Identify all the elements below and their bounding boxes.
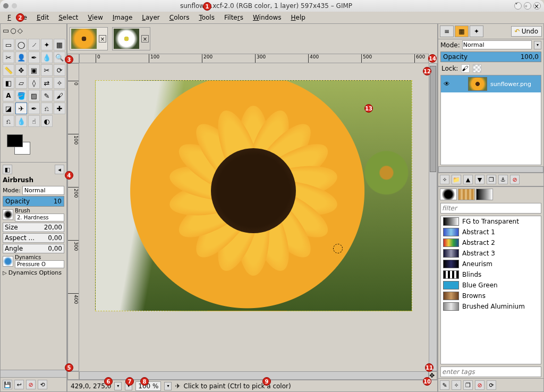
color-picker-tool[interactable]: 💧: [41, 52, 53, 63]
scissors-tool[interactable]: ✂: [3, 52, 14, 63]
visibility-icon[interactable]: 👁: [444, 80, 451, 88]
gradient-item[interactable]: Browns: [441, 291, 541, 301]
align-tool[interactable]: ▣: [28, 64, 40, 76]
paths-tab-icon[interactable]: ✦: [470, 25, 483, 37]
dynamics-thumb-icon[interactable]: [3, 256, 13, 267]
layer-item[interactable]: 👁sunflower.png: [441, 75, 541, 92]
raise-layer-icon[interactable]: ▲: [463, 175, 473, 184]
delete-preset-icon[interactable]: ⊘: [26, 380, 36, 389]
channels-tab-icon[interactable]: ▦: [455, 25, 469, 37]
crop-tool[interactable]: ✂: [41, 64, 53, 76]
menu-colors[interactable]: Colors: [165, 13, 194, 22]
menu-tools[interactable]: Tools: [194, 13, 219, 22]
dodge-burn-tool[interactable]: ◐: [41, 115, 53, 127]
gradient-item[interactable]: Abstract 1: [441, 227, 541, 237]
close-tab-icon[interactable]: ×: [141, 35, 149, 42]
flip-tool[interactable]: ⇄: [41, 77, 53, 89]
new-gradient-icon[interactable]: ✧: [452, 380, 461, 390]
foreground-select-tool[interactable]: 👤: [15, 52, 27, 63]
brushes-tab-icon[interactable]: [440, 189, 457, 200]
dynamics-options[interactable]: Dynamics Options: [8, 269, 62, 276]
maximize-button[interactable]: ◦: [524, 2, 531, 10]
lower-layer-icon[interactable]: ▼: [475, 175, 484, 184]
smudge-tool[interactable]: ☝: [28, 115, 40, 127]
tool-options-tab-icon[interactable]: ◧: [3, 165, 12, 174]
canvas-viewport[interactable]: [79, 63, 429, 371]
duplicate-gradient-icon[interactable]: ❐: [463, 380, 473, 390]
text-tool[interactable]: A: [3, 90, 14, 101]
gradient-item[interactable]: Blue Green: [441, 280, 541, 291]
gradient-filter-input[interactable]: [440, 203, 541, 214]
delete-gradient-icon[interactable]: ⊘: [475, 380, 484, 390]
menu-image[interactable]: Image: [108, 13, 137, 22]
lock-pixels-icon[interactable]: 🖌: [461, 64, 470, 73]
measure-tool[interactable]: 📏: [3, 64, 14, 76]
by-color-select-tool[interactable]: ▦: [54, 39, 65, 50]
paths-tool[interactable]: ✒: [28, 52, 40, 63]
gradient-item[interactable]: Abstract 3: [441, 248, 541, 259]
close-button[interactable]: ×: [533, 2, 541, 10]
gradients-tab-icon[interactable]: [476, 189, 493, 200]
cage-tool[interactable]: ✧: [54, 77, 65, 89]
lock-alpha-icon[interactable]: [473, 64, 481, 73]
edit-gradient-icon[interactable]: ✎: [440, 380, 449, 390]
image-tab-daisy[interactable]: ×: [112, 27, 150, 50]
eraser-tool[interactable]: ◪: [3, 103, 14, 114]
zoom-tool[interactable]: 🔍: [54, 52, 65, 63]
layer-name[interactable]: sunflower.png: [490, 81, 531, 88]
expand-icon[interactable]: ▷: [3, 270, 7, 276]
new-layer-icon[interactable]: ✧: [440, 175, 449, 184]
ellipse-select-tool[interactable]: ◯: [15, 39, 27, 50]
scale-tool[interactable]: ◧: [3, 77, 14, 89]
menu-view[interactable]: View: [83, 13, 107, 22]
perspective-clone-tool[interactable]: ⎌: [3, 115, 14, 127]
foreground-color[interactable]: [7, 134, 23, 147]
heal-tool[interactable]: ✚: [54, 103, 65, 114]
quickmask-toggle[interactable]: [67, 371, 79, 380]
gradient-item[interactable]: Aneurism: [441, 259, 541, 269]
zoom-dropdown-right[interactable]: ▾: [164, 382, 172, 390]
rotate-tool[interactable]: ⟳: [54, 64, 65, 76]
menu-select[interactable]: Select: [54, 13, 82, 22]
save-preset-icon[interactable]: 💾: [3, 380, 12, 389]
color-swatches[interactable]: [4, 132, 63, 159]
brush-name[interactable]: 2. Hardness: [15, 214, 64, 221]
gradient-item[interactable]: Brushed Aluminium: [441, 301, 541, 312]
anchor-layer-icon[interactable]: ⚓: [498, 175, 508, 184]
clone-tool[interactable]: ⎌: [41, 103, 53, 114]
duplicate-layer-icon[interactable]: ❐: [487, 175, 496, 184]
size-field[interactable]: Size20,00: [3, 223, 64, 232]
menu-layer[interactable]: Layer: [138, 13, 164, 22]
units-dropdown[interactable]: ▾: [114, 382, 122, 390]
gradient-item[interactable]: FG to Transparent: [441, 216, 541, 227]
gradient-item[interactable]: Blinds: [441, 269, 541, 280]
blur-tool[interactable]: 💧: [15, 115, 27, 127]
aspect-field[interactable]: Aspect ...0,00: [3, 233, 64, 243]
delete-layer-icon[interactable]: ⊘: [510, 175, 520, 184]
minimize-button[interactable]: ˇ: [514, 2, 522, 10]
ink-tool[interactable]: ✒: [28, 103, 40, 114]
dynamics-value[interactable]: Pressure O: [15, 260, 64, 268]
gradient-item[interactable]: Abstract 2: [441, 237, 541, 248]
gradient-tags-input[interactable]: [440, 367, 541, 377]
layers-hscroll[interactable]: [438, 166, 543, 173]
layer-opacity-slider[interactable]: Opacity100,0: [440, 52, 541, 62]
dropdown-icon[interactable]: ▾: [534, 41, 541, 49]
undo-button[interactable]: ↶Undo: [511, 26, 542, 37]
image-tab-sunflower[interactable]: ×: [70, 27, 108, 50]
menu-help[interactable]: Help: [287, 13, 310, 22]
patterns-tab-icon[interactable]: [458, 189, 475, 200]
paintbrush-tool[interactable]: 🖌: [54, 90, 65, 101]
menu-windows[interactable]: Windows: [249, 13, 286, 22]
new-group-icon[interactable]: 📁: [452, 175, 461, 184]
horizontal-ruler[interactable]: 0100200300400500600: [79, 54, 429, 63]
toolbox-hscroll[interactable]: [1, 370, 66, 377]
vertical-ruler[interactable]: 0100200300400: [67, 63, 79, 371]
airbrush-tool[interactable]: ✈: [15, 103, 27, 114]
layer-mode-select[interactable]: Normal: [462, 40, 532, 49]
vertical-scrollbar[interactable]: [429, 63, 437, 371]
move-tool[interactable]: ✥: [15, 64, 27, 76]
pencil-tool[interactable]: ✎: [41, 90, 53, 101]
blend-tool[interactable]: ▨: [28, 90, 40, 101]
refresh-gradient-icon[interactable]: ⟳: [487, 380, 496, 390]
